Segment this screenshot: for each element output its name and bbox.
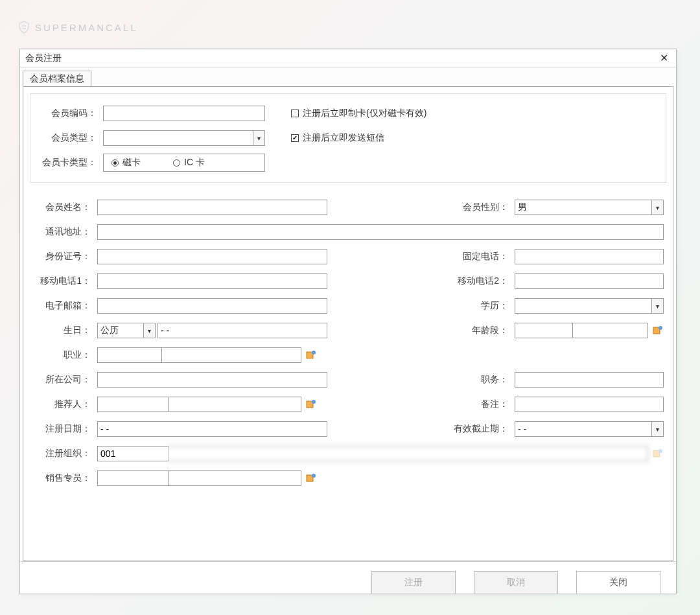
checkbox-make-card[interactable] — [291, 110, 299, 117]
remark-input[interactable] — [515, 397, 664, 412]
regorg-picker-icon[interactable] — [652, 448, 664, 459]
validuntil-value: - - — [515, 424, 651, 434]
card-type-radiogroup: 磁卡 IC 卡 — [103, 154, 265, 172]
occupation-picker-icon[interactable] — [305, 349, 317, 361]
landline-label: 固定电话： — [456, 251, 515, 262]
idcard-input[interactable] — [97, 249, 327, 264]
checkbox-send-sms[interactable] — [291, 134, 299, 142]
address-label: 通讯地址： — [32, 226, 97, 238]
close-button[interactable]: 关闭 — [576, 571, 660, 594]
mobile2-label: 移动电话2： — [456, 275, 515, 287]
occupation-label: 职业： — [32, 349, 97, 361]
mobile1-input[interactable] — [97, 273, 327, 289]
name-input[interactable] — [97, 200, 327, 215]
agerange-from-input[interactable] — [515, 323, 573, 338]
name-label: 会员姓名： — [32, 202, 97, 213]
cancel-button[interactable]: 取消 — [474, 571, 558, 594]
gender-select[interactable]: 男 ▾ — [515, 200, 664, 215]
gender-label: 会员性别： — [456, 202, 515, 213]
member-code-input[interactable] — [103, 106, 265, 121]
birthday-date-input[interactable] — [158, 323, 327, 338]
referrer-code-input[interactable] — [97, 397, 169, 412]
birthday-label: 生日： — [32, 325, 97, 336]
radio-dot-icon — [111, 159, 119, 167]
button-bar: 注册 取消 关闭 — [20, 561, 676, 603]
tab-member-info[interactable]: 会员档案信息 — [23, 71, 91, 87]
referrer-label: 推荐人： — [32, 399, 97, 410]
agerange-picker-icon[interactable] — [652, 325, 664, 336]
idcard-label: 身份证号： — [32, 251, 97, 262]
tab-strip: 会员档案信息 — [20, 67, 676, 86]
education-label: 学历： — [456, 300, 515, 312]
validuntil-select[interactable]: - - ▾ — [515, 421, 664, 437]
chevron-down-icon: ▾ — [651, 422, 663, 436]
radio-magnetic-card[interactable]: 磁卡 — [111, 157, 141, 168]
regdate-input[interactable] — [97, 421, 327, 437]
email-input[interactable] — [97, 298, 327, 314]
details-group: 会员姓名： 会员性别： 男 ▾ 通讯地址： 身份证号： 固定电话： — [30, 198, 666, 487]
mobile2-input[interactable] — [515, 273, 664, 289]
radio-ic-label: IC 卡 — [184, 157, 205, 168]
validuntil-label: 有效截止期： — [450, 423, 515, 435]
position-input[interactable] — [515, 372, 664, 388]
chevron-down-icon: ▾ — [253, 131, 264, 145]
close-icon[interactable]: ✕ — [657, 52, 671, 64]
dialog-title-bar: 会员注册 ✕ — [20, 49, 676, 67]
salesperson-name-input[interactable] — [169, 470, 301, 486]
remark-label: 备注： — [456, 399, 515, 410]
occupation-name-input[interactable] — [162, 347, 301, 363]
referrer-picker-icon[interactable] — [305, 399, 317, 410]
dialog-title: 会员注册 — [25, 52, 62, 64]
education-select[interactable]: ▾ — [515, 298, 664, 314]
position-label: 职务： — [456, 374, 515, 386]
radio-magnetic-label: 磁卡 — [122, 157, 141, 168]
register-button[interactable]: 注册 — [371, 571, 456, 594]
email-label: 电子邮箱： — [32, 300, 97, 312]
brand-header: SUPERMANCALL — [0, 0, 700, 44]
tab-content: 会员编码： 注册后立即制卡(仅对磁卡有效) 会员类型： ▾ 注册后立即发送短信 … — [23, 86, 673, 561]
regorg-code-input[interactable] — [97, 446, 169, 461]
company-input[interactable] — [97, 372, 327, 388]
member-code-label: 会员编码： — [38, 108, 103, 119]
gender-value: 男 — [515, 202, 651, 213]
radio-ic-card[interactable]: IC 卡 — [173, 157, 205, 168]
regorg-name-input[interactable] — [169, 446, 648, 461]
salesperson-picker-icon[interactable] — [305, 472, 317, 484]
birthday-cal-value: 公历 — [98, 325, 143, 336]
svg-point-1 — [659, 326, 662, 330]
svg-point-9 — [312, 474, 316, 478]
address-input[interactable] — [97, 224, 664, 240]
chevron-down-icon: ▾ — [651, 299, 663, 313]
occupation-code-input[interactable] — [97, 347, 162, 363]
regdate-label: 注册日期： — [32, 423, 97, 435]
member-type-select[interactable]: ▾ — [103, 130, 265, 146]
brand-text: SUPERMANCALL — [35, 22, 138, 33]
top-group: 会员编码： 注册后立即制卡(仅对磁卡有效) 会员类型： ▾ 注册后立即发送短信 … — [30, 93, 666, 183]
card-type-label: 会员卡类型： — [38, 157, 103, 168]
chevron-down-icon: ▾ — [143, 323, 155, 338]
mobile1-label: 移动电话1： — [32, 275, 97, 287]
salesperson-label: 销售专员： — [32, 472, 97, 484]
radio-dot-icon — [173, 159, 180, 167]
chevron-down-icon: ▾ — [651, 200, 663, 215]
agerange-label: 年龄段： — [456, 325, 515, 336]
agerange-to-input[interactable] — [573, 323, 648, 338]
company-label: 所在公司： — [32, 374, 97, 386]
checkbox-make-card-label: 注册后立即制卡(仅对磁卡有效) — [303, 108, 426, 119]
birthday-calendar-select[interactable]: 公历 ▾ — [97, 323, 156, 338]
svg-point-3 — [312, 351, 316, 354]
member-type-label: 会员类型： — [38, 132, 103, 144]
member-register-dialog: 会员注册 ✕ 会员档案信息 会员编码： 注册后立即制卡(仅对磁卡有效) 会员类型… — [19, 49, 677, 594]
checkbox-send-sms-label: 注册后立即发送短信 — [303, 132, 384, 144]
brand-logo-icon — [18, 21, 30, 34]
svg-point-5 — [312, 400, 316, 404]
landline-input[interactable] — [515, 249, 664, 264]
salesperson-code-input[interactable] — [97, 470, 169, 486]
svg-point-7 — [659, 449, 662, 453]
referrer-name-input[interactable] — [169, 397, 301, 412]
regorg-label: 注册组织： — [32, 448, 97, 459]
